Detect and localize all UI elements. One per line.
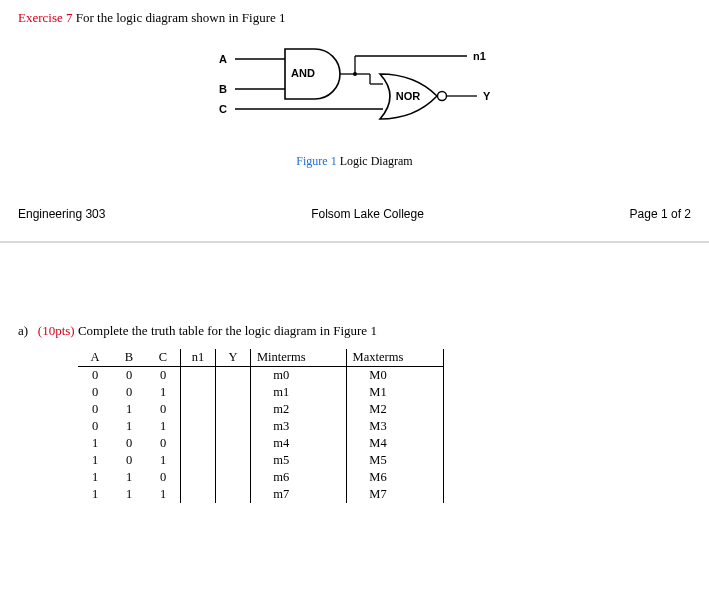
- table-cell: 0: [78, 418, 112, 435]
- table-cell: m3: [251, 418, 312, 435]
- table-cell: 0: [78, 401, 112, 418]
- table-cell: 1: [146, 486, 181, 503]
- footer-college: Folsom Lake College: [311, 207, 424, 221]
- table-cell: m1: [251, 384, 312, 401]
- table-cell: [216, 486, 251, 503]
- th-maxterms-val: [409, 349, 444, 367]
- table-cell: [409, 401, 444, 418]
- table-cell: 0: [146, 367, 181, 385]
- table-row: 010m2M2: [78, 401, 444, 418]
- table-cell: M2: [346, 401, 409, 418]
- table-cell: M7: [346, 486, 409, 503]
- table-row: 001m1M1: [78, 384, 444, 401]
- table-cell: [181, 418, 216, 435]
- figure-caption: Figure 1 Logic Diagram: [18, 154, 691, 169]
- figure-1: A B AND n1 C NOR Y Figure 1 Logic Diagra…: [18, 44, 691, 169]
- table-cell: m7: [251, 486, 312, 503]
- table-cell: 1: [146, 418, 181, 435]
- th-y: Y: [216, 349, 251, 367]
- table-cell: [181, 435, 216, 452]
- and-gate-label: AND: [291, 67, 315, 79]
- part-a-text: Complete the truth table for the logic d…: [78, 323, 377, 338]
- table-cell: [181, 452, 216, 469]
- table-cell: m5: [251, 452, 312, 469]
- table-cell: [409, 418, 444, 435]
- table-cell: m2: [251, 401, 312, 418]
- th-a: A: [78, 349, 112, 367]
- table-cell: [409, 367, 444, 385]
- nor-gate-label: NOR: [395, 90, 420, 102]
- table-cell: M1: [346, 384, 409, 401]
- table-cell: 0: [146, 401, 181, 418]
- svg-point-9: [437, 92, 446, 101]
- output-y-label: Y: [483, 90, 491, 102]
- table-cell: [181, 384, 216, 401]
- truth-table: A B C n1 Y Minterms Maxterms 000m0M0001m…: [78, 349, 444, 503]
- table-row: 101m5M5: [78, 452, 444, 469]
- th-c: C: [146, 349, 181, 367]
- part-a-prompt: a) (10pts) Complete the truth table for …: [18, 323, 691, 339]
- input-b-label: B: [219, 83, 227, 95]
- table-cell: 1: [146, 452, 181, 469]
- part-a-id: a): [18, 323, 28, 338]
- table-cell: [312, 469, 347, 486]
- table-cell: 0: [112, 452, 146, 469]
- table-cell: 1: [78, 452, 112, 469]
- table-cell: [216, 452, 251, 469]
- table-cell: [312, 452, 347, 469]
- table-cell: M3: [346, 418, 409, 435]
- table-cell: [312, 384, 347, 401]
- table-cell: [181, 469, 216, 486]
- table-cell: [312, 401, 347, 418]
- table-row: 110m6M6: [78, 469, 444, 486]
- table-cell: [216, 435, 251, 452]
- input-a-label: A: [219, 53, 227, 65]
- table-cell: [216, 401, 251, 418]
- table-cell: [409, 452, 444, 469]
- exercise-heading: Exercise 7 For the logic diagram shown i…: [18, 10, 691, 26]
- table-cell: 0: [112, 435, 146, 452]
- page-footer: Engineering 303 Folsom Lake College Page…: [18, 207, 691, 221]
- table-cell: [216, 469, 251, 486]
- table-cell: 1: [112, 418, 146, 435]
- table-cell: [312, 418, 347, 435]
- part-a-points: (10pts): [38, 323, 75, 338]
- logic-diagram-svg: A B AND n1 C NOR Y: [205, 44, 505, 144]
- table-cell: [181, 486, 216, 503]
- table-cell: M0: [346, 367, 409, 385]
- figure-caption-text: Logic Diagram: [340, 154, 413, 168]
- table-cell: [409, 486, 444, 503]
- table-row: 000m0M0: [78, 367, 444, 385]
- table-row: 100m4M4: [78, 435, 444, 452]
- table-cell: m6: [251, 469, 312, 486]
- table-cell: 1: [112, 401, 146, 418]
- table-cell: 1: [78, 435, 112, 452]
- table-cell: 1: [78, 486, 112, 503]
- th-b: B: [112, 349, 146, 367]
- page-break: [0, 241, 709, 243]
- table-cell: [312, 486, 347, 503]
- footer-course: Engineering 303: [18, 207, 105, 221]
- table-row: 011m3M3: [78, 418, 444, 435]
- table-cell: 0: [112, 367, 146, 385]
- table-cell: 0: [112, 384, 146, 401]
- table-cell: [216, 367, 251, 385]
- table-cell: [181, 367, 216, 385]
- table-cell: m4: [251, 435, 312, 452]
- table-cell: [409, 469, 444, 486]
- footer-page: Page 1 of 2: [630, 207, 691, 221]
- table-cell: 0: [78, 367, 112, 385]
- th-maxterms: Maxterms: [346, 349, 409, 367]
- svg-point-5: [353, 72, 357, 76]
- table-cell: m0: [251, 367, 312, 385]
- table-cell: [216, 384, 251, 401]
- table-cell: M6: [346, 469, 409, 486]
- figure-caption-label: Figure 1: [296, 154, 336, 168]
- exercise-label: Exercise 7: [18, 10, 73, 25]
- table-cell: [312, 367, 347, 385]
- th-n1: n1: [181, 349, 216, 367]
- table-cell: [312, 435, 347, 452]
- table-cell: 1: [78, 469, 112, 486]
- th-minterms-val: [312, 349, 347, 367]
- exercise-prompt: For the logic diagram shown in Figure 1: [76, 10, 286, 25]
